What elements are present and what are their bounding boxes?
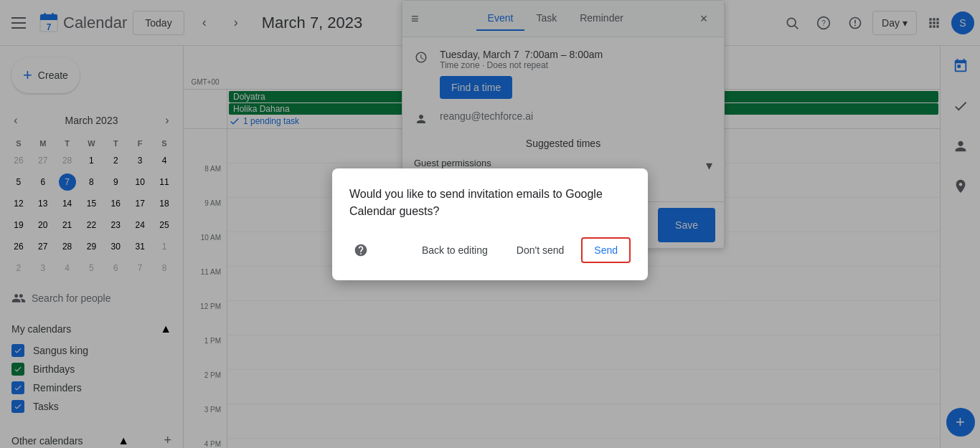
dialog-title: Would you like to send invitation emails… (349, 186, 631, 220)
dialog-overlay: Would you like to send invitation emails… (0, 0, 980, 448)
dialog-help-button[interactable] (349, 239, 372, 262)
back-to-editing-button[interactable]: Back to editing (410, 239, 499, 262)
dialog-actions: Back to editing Don't send Send (349, 237, 631, 263)
dont-send-button[interactable]: Don't send (505, 239, 576, 262)
send-button[interactable]: Send (581, 237, 631, 263)
dialog: Would you like to send invitation emails… (332, 168, 648, 280)
